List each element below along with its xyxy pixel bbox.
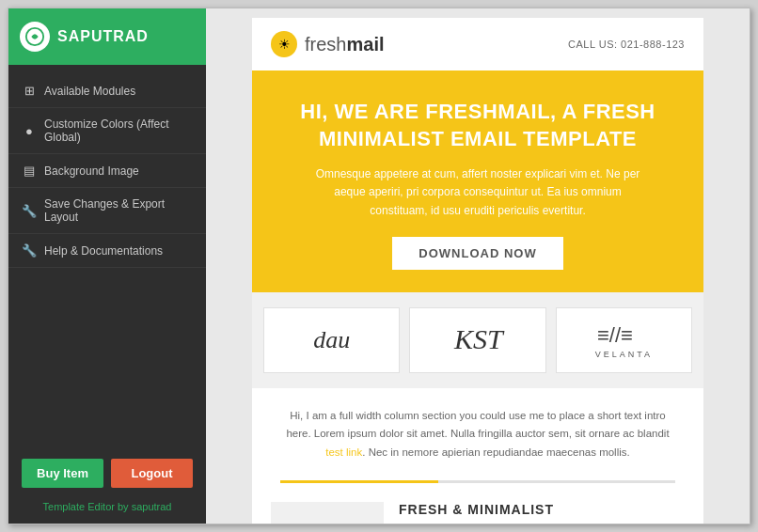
- sidebar-item-background-image[interactable]: ▤ Background Image: [8, 154, 206, 188]
- sidebar-item-available-modules[interactable]: ⊞ Available Modules: [8, 74, 206, 108]
- help-icon: 🔧: [22, 243, 37, 258]
- logo-dau: dau: [263, 307, 400, 373]
- sidebar-header: SAPUTRAD: [8, 8, 206, 65]
- text-body: Hi, I am a full width column section you…: [286, 410, 669, 440]
- sidebar-item-label: Help & Documentations: [44, 244, 163, 258]
- sun-icon: ☀: [271, 31, 297, 57]
- email-text-section: Hi, I am a full width column section you…: [252, 388, 703, 481]
- logo-velanta: ≡//≡ VELANTA: [556, 307, 692, 373]
- email-hero: HI, WE ARE FRESHMAIL, A FRESH MINIMALIST…: [252, 70, 703, 292]
- logo-kst: KST: [409, 307, 545, 373]
- sidebar-title: SAPUTRAD: [57, 28, 149, 45]
- grid-icon: ⊞: [22, 84, 37, 98]
- sidebar-item-customize-colors[interactable]: ● Customize Colors (Affect Global): [8, 108, 206, 154]
- email-logo: ☀ freshmail: [271, 31, 385, 57]
- sidebar-footer: Template Editor by saputrad: [8, 495, 206, 524]
- email-bottom-image: 🦐: [271, 502, 384, 524]
- svg-text:≡//≡: ≡//≡: [597, 323, 633, 347]
- main-content: ☀ freshmail CALL US: 021-888-123 HI, WE …: [206, 8, 750, 524]
- sidebar-nav: ⊞ Available Modules ● Customize Colors (…: [8, 65, 206, 447]
- hero-heading: HI, WE ARE FRESHMAIL, A FRESH MINIMALIST…: [280, 99, 675, 152]
- logout-button[interactable]: Logout: [111, 459, 193, 488]
- bottom-body: Lorem ipsum dolor sit amet, adipiscing: [399, 523, 685, 524]
- dau-logo-text: dau: [313, 326, 350, 354]
- email-phone: CALL US: 021-888-123: [568, 39, 685, 50]
- kst-logo-text: KST: [450, 319, 506, 362]
- email-preview: ☀ freshmail CALL US: 021-888-123 HI, WE …: [252, 18, 703, 524]
- hero-body: Omnesque appetere at cum, affert noster …: [308, 165, 647, 220]
- hero-cta-button[interactable]: DOWNLOAD NOW: [392, 237, 562, 270]
- velanta-logo: ≡//≡ VELANTA: [595, 321, 653, 359]
- email-brand: freshmail: [305, 34, 385, 55]
- color-icon: ●: [22, 124, 37, 138]
- email-bottom-section: 🦐 FRESH & MINIMALIST Lorem ipsum dolor s…: [252, 483, 703, 524]
- text-body2: . Nec in nemore apierian repudiandae mae…: [362, 446, 629, 458]
- sidebar-item-label: Customize Colors (Affect Global): [44, 117, 193, 144]
- sidebar-item-label: Available Modules: [44, 85, 135, 98]
- sidebar-item-label: Save Changes & Export Layout: [44, 197, 193, 224]
- bottom-heading: FRESH & MINIMALIST: [399, 502, 685, 517]
- sidebar-item-help[interactable]: 🔧 Help & Documentations: [8, 234, 206, 268]
- buy-item-button[interactable]: Buy Item: [22, 459, 103, 488]
- footer-link[interactable]: saputrad: [132, 501, 172, 512]
- sidebar-item-label: Background Image: [44, 164, 139, 178]
- wrench-icon: 🔧: [22, 204, 37, 218]
- email-header: ☀ freshmail CALL US: 021-888-123: [252, 18, 703, 70]
- sidebar-item-save-changes[interactable]: 🔧 Save Changes & Export Layout: [8, 188, 206, 234]
- test-link[interactable]: test link: [325, 446, 362, 458]
- sidebar-actions: Buy Item Logout: [8, 447, 206, 495]
- email-bottom-text: FRESH & MINIMALIST Lorem ipsum dolor sit…: [399, 502, 685, 524]
- velanta-text: VELANTA: [595, 350, 653, 359]
- image-icon: ▤: [22, 164, 37, 178]
- sidebar: SAPUTRAD ⊞ Available Modules ● Customize…: [8, 8, 206, 524]
- email-logos: dau KST ≡//≡ VELANTA: [252, 292, 703, 388]
- svg-text:KST: KST: [453, 323, 505, 354]
- app-frame: SAPUTRAD ⊞ Available Modules ● Customize…: [8, 8, 750, 524]
- brand-light: fresh: [305, 34, 346, 55]
- brand-bold: mail: [346, 34, 384, 55]
- logo-icon: [20, 22, 50, 52]
